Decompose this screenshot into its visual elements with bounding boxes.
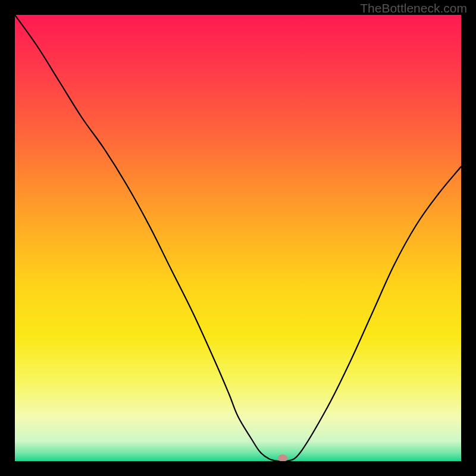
chart-plot-area	[15, 15, 461, 461]
chart-background	[15, 15, 461, 461]
chart-svg	[15, 15, 461, 461]
watermark-text: TheBottleneck.com	[360, 1, 467, 15]
